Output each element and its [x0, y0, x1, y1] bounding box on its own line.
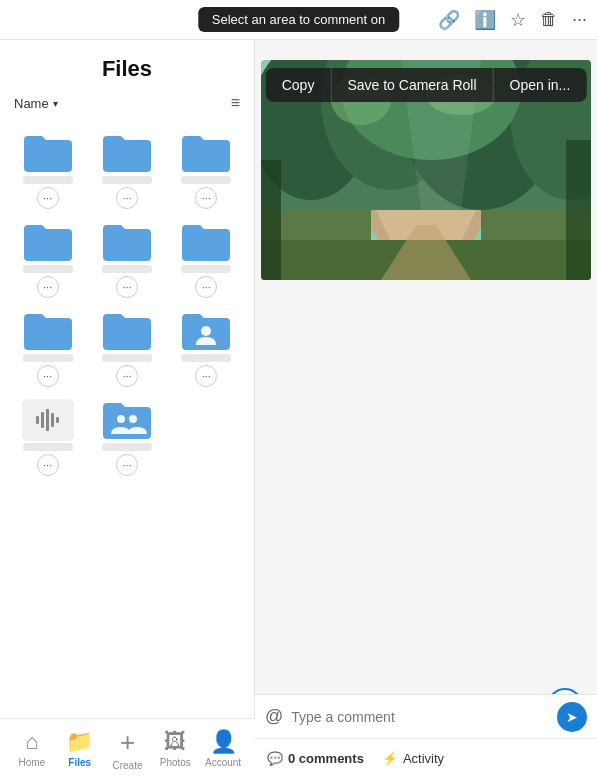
file-name — [181, 354, 231, 362]
trash-icon[interactable]: 🗑 — [540, 9, 558, 30]
nav-item-files[interactable]: 📁 Files — [56, 729, 104, 768]
nav-label-photos: Photos — [160, 757, 191, 768]
list-item[interactable]: ··· — [87, 213, 166, 302]
main-layout: Files Name ▾ ≡ ··· — [0, 40, 597, 738]
nav-item-account[interactable]: 👤 Account — [199, 729, 247, 768]
files-toolbar: Name ▾ ≡ — [0, 90, 254, 120]
info-icon[interactable]: ℹ️ — [474, 9, 496, 31]
file-options-button[interactable]: ··· — [195, 276, 217, 298]
svg-rect-20 — [261, 160, 281, 280]
list-item[interactable]: ··· — [167, 213, 246, 302]
nav-label-account: Account — [205, 757, 241, 768]
photo-image-container[interactable]: Copy Save to Camera Roll Open in... — [261, 60, 591, 280]
list-item[interactable]: ··· — [87, 391, 166, 480]
file-options-button[interactable]: ··· — [116, 276, 138, 298]
file-name — [181, 176, 231, 184]
activity-icon: ⚡ — [382, 751, 398, 766]
folder-icon — [101, 310, 153, 352]
comment-tabs: 💬 0 comments ⚡ Activity — [267, 751, 444, 766]
comment-input[interactable] — [291, 709, 549, 725]
svg-rect-5 — [56, 417, 59, 423]
at-icon[interactable]: @ — [265, 706, 283, 727]
comment-input-area: @ ➤ — [255, 694, 597, 738]
save-to-camera-roll-button[interactable]: Save to Camera Roll — [331, 68, 493, 102]
file-name — [102, 443, 152, 451]
file-options-button[interactable]: ··· — [37, 276, 59, 298]
list-item[interactable]: ··· — [167, 302, 246, 391]
home-icon: ⌂ — [25, 729, 38, 755]
file-name — [181, 265, 231, 273]
svg-rect-4 — [51, 413, 54, 427]
files-grid: ··· ··· ··· — [0, 120, 254, 484]
photo-preview: Copy Save to Camera Roll Open in... i — [255, 40, 597, 738]
nav-item-home[interactable]: ⌂ Home — [8, 729, 56, 768]
comments-count-label: 0 comments — [288, 751, 364, 766]
nav-label-home: Home — [19, 757, 46, 768]
account-icon: 👤 — [210, 729, 237, 755]
svg-rect-3 — [46, 409, 49, 431]
photo-panel: Copy Save to Camera Roll Open in... i — [255, 40, 597, 738]
file-options-button[interactable]: ··· — [195, 187, 217, 209]
list-item[interactable]: ··· — [8, 391, 87, 480]
list-item[interactable]: ··· — [8, 302, 87, 391]
file-name — [23, 265, 73, 273]
name-sort-button[interactable]: Name ▾ — [14, 96, 58, 111]
folder-icon — [101, 132, 153, 174]
file-name — [23, 443, 73, 451]
sort-chevron-icon: ▾ — [53, 98, 58, 109]
folder-icon — [22, 221, 74, 263]
list-item[interactable]: ··· — [8, 213, 87, 302]
activity-label: Activity — [403, 751, 444, 766]
file-name — [23, 354, 73, 362]
send-button[interactable]: ➤ — [557, 702, 587, 732]
list-item[interactable]: ··· — [87, 124, 166, 213]
files-panel: Files Name ▾ ≡ ··· — [0, 40, 255, 738]
sort-label: Name — [14, 96, 49, 111]
tooltip-banner: Select an area to comment on — [198, 7, 399, 32]
folder-icon — [180, 221, 232, 263]
file-options-button[interactable]: ··· — [37, 365, 59, 387]
nav-item-create[interactable]: + Create — [104, 727, 152, 771]
file-options-button[interactable]: ··· — [37, 187, 59, 209]
file-name — [102, 176, 152, 184]
file-name — [102, 354, 152, 362]
folder-icon — [22, 132, 74, 174]
more-icon[interactable]: ··· — [572, 9, 587, 30]
group-folder-icon — [101, 399, 153, 441]
svg-rect-2 — [41, 412, 44, 428]
audio-file-icon — [22, 399, 74, 441]
files-nav-icon: 📁 — [66, 729, 93, 755]
star-icon[interactable]: ☆ — [510, 9, 526, 31]
send-icon: ➤ — [566, 709, 578, 725]
context-menu: Copy Save to Camera Roll Open in... — [266, 68, 587, 102]
svg-point-6 — [117, 415, 125, 423]
file-options-button[interactable]: ··· — [116, 454, 138, 476]
file-options-button[interactable]: ··· — [195, 365, 217, 387]
link-icon[interactable]: 🔗 — [438, 9, 460, 31]
top-bar-icons: 🔗 ℹ️ ☆ 🗑 ··· — [438, 9, 587, 31]
open-in-button[interactable]: Open in... — [494, 68, 587, 102]
file-options-button[interactable]: ··· — [37, 454, 59, 476]
comment-bar: 💬 0 comments ⚡ Activity — [255, 738, 597, 778]
copy-button[interactable]: Copy — [266, 68, 332, 102]
folder-icon — [180, 132, 232, 174]
list-item[interactable]: ··· — [87, 302, 166, 391]
list-item[interactable]: ··· — [8, 124, 87, 213]
comments-tab[interactable]: 💬 0 comments — [267, 751, 364, 766]
list-item[interactable]: ··· — [167, 124, 246, 213]
nav-item-photos[interactable]: 🖼 Photos — [151, 729, 199, 768]
shared-folder-icon — [180, 310, 232, 352]
activity-tab[interactable]: ⚡ Activity — [382, 751, 444, 766]
file-options-button[interactable]: ··· — [116, 187, 138, 209]
photos-icon: 🖼 — [164, 729, 186, 755]
nav-label-files: Files — [68, 757, 91, 768]
file-options-button[interactable]: ··· — [116, 365, 138, 387]
svg-rect-21 — [566, 140, 591, 280]
svg-point-7 — [129, 415, 137, 423]
list-view-icon[interactable]: ≡ — [231, 94, 240, 112]
svg-point-0 — [201, 326, 211, 336]
nav-label-create: Create — [112, 760, 142, 771]
top-bar: Select an area to comment on 🔗 ℹ️ ☆ 🗑 ··… — [0, 0, 597, 40]
file-name — [102, 265, 152, 273]
folder-icon — [22, 310, 74, 352]
